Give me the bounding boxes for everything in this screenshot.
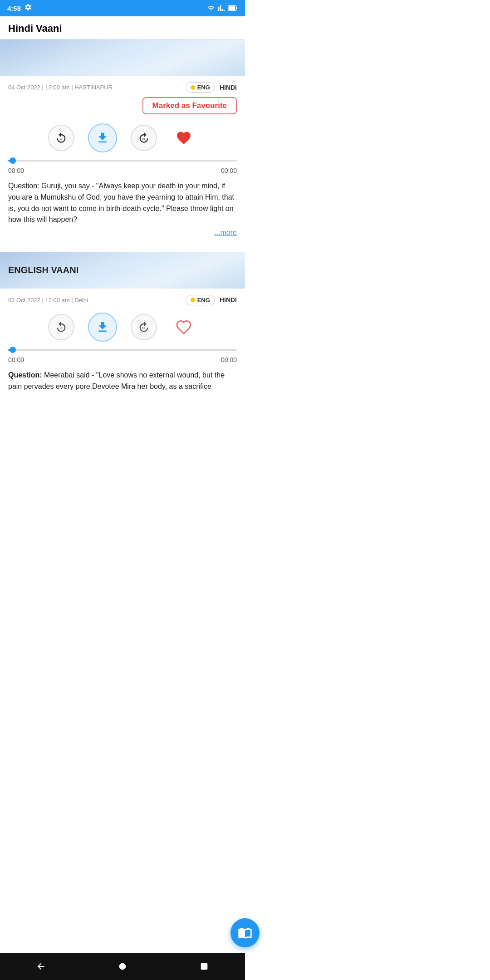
card1-progress-track[interactable] [8, 160, 237, 162]
svg-rect-1 [228, 6, 235, 10]
favourite-button-card2[interactable] [171, 314, 197, 340]
card1-progress-container[interactable] [0, 160, 245, 164]
card2: 03 Oct 2022 | 12:00 am | Delhi ENG HINDI… [0, 289, 245, 394]
heart-filled-icon [176, 130, 192, 146]
card1-banner [0, 39, 245, 76]
card2-replay-back-icon: 10 [55, 321, 68, 333]
card1-description: Question: Guruji, you say - "Always keep… [0, 179, 245, 240]
card1-hindi-label[interactable]: HINDI [220, 84, 237, 91]
status-icons [207, 5, 238, 12]
lang-dot2 [191, 298, 195, 302]
svg-rect-2 [236, 7, 237, 10]
replay-forward-button[interactable]: 10 [131, 125, 157, 151]
card2-eng-badge[interactable]: ENG [186, 295, 215, 305]
card2-lang-row: ENG HINDI [186, 295, 237, 305]
card1-time-row: 00:00 00:00 [0, 164, 245, 179]
card2-time-start: 00:00 [8, 356, 24, 363]
card1-desc-text: Question: Guruji, you say - "Always keep… [8, 182, 234, 223]
card2-eng-label: ENG [197, 297, 210, 304]
card1-eng-badge[interactable]: ENG [186, 82, 215, 93]
status-bar: 4:58 [0, 0, 245, 16]
battery-icon [228, 5, 238, 11]
card2-download-icon [96, 320, 109, 334]
card1: 04 Oct 2022 | 12:00 am | HASTINAPUR ENG … [0, 76, 245, 245]
card2-desc-bold: Question: [8, 371, 42, 379]
fav-badge-row: Marked as Favourite [0, 95, 245, 119]
svg-text:10: 10 [59, 326, 63, 329]
heart-outline-icon [176, 319, 192, 335]
card1-lang-row: ENG HINDI [186, 82, 237, 93]
card1-date: 04 Oct 2022 | 12:00 am | HASTINAPUR [8, 84, 113, 91]
card2-progress-thumb [10, 347, 16, 353]
section2-banner: ENGLISH VAANI [0, 252, 245, 289]
section2-title: ENGLISH VAANI [8, 265, 78, 275]
download-button[interactable] [88, 123, 117, 152]
card2-replay-forward-icon: 10 [137, 321, 150, 333]
card1-meta: 04 Oct 2022 | 12:00 am | HASTINAPUR ENG … [0, 76, 245, 95]
replay-back-icon: 10 [55, 132, 68, 144]
app-title: Hindi Vaani [8, 23, 62, 34]
card2-time-end: 00:00 [221, 356, 237, 363]
card2-progress-container[interactable] [0, 349, 245, 353]
signal-icon [218, 5, 225, 12]
card2-download-button[interactable] [88, 313, 117, 342]
favourite-button-card1[interactable] [171, 125, 197, 151]
wifi-icon [207, 5, 215, 12]
replay-forward-icon: 10 [137, 132, 150, 144]
card1-eng-label: ENG [197, 84, 210, 91]
card1-more-link[interactable]: ...more [8, 225, 237, 239]
svg-text:10: 10 [142, 326, 145, 329]
card2-hindi-label[interactable]: HINDI [220, 296, 237, 304]
card1-controls: 10 10 [0, 119, 245, 160]
card2-controls: 10 10 [0, 308, 245, 349]
card2-meta: 03 Oct 2022 | 12:00 am | Delhi ENG HINDI [0, 289, 245, 308]
status-time: 4:58 [7, 5, 21, 12]
card2-replay-back-button[interactable]: 10 [48, 314, 74, 340]
favourite-badge[interactable]: Marked as Favourite [142, 97, 237, 114]
download-icon [96, 131, 109, 145]
app-header: Hindi Vaani [0, 16, 245, 39]
card2-date: 03 Oct 2022 | 12:00 am | Delhi [8, 297, 88, 304]
card2-description: Question: Meerabai said - "Love shows no… [0, 368, 245, 394]
card2-replay-forward-button[interactable]: 10 [131, 314, 157, 340]
card1-time-end: 00:00 [221, 167, 237, 174]
lang-dot [191, 85, 195, 90]
card2-desc-text2: her body, as a sacrifice [137, 382, 211, 390]
replay-back-button[interactable]: 10 [48, 125, 74, 151]
card1-time-start: 00:00 [8, 167, 24, 174]
gear-icon [24, 4, 32, 13]
card2-time-row: 00:00 00:00 [0, 353, 245, 368]
svg-text:10: 10 [59, 137, 63, 140]
card1-progress-thumb [10, 157, 16, 164]
card2-progress-track[interactable] [8, 349, 237, 351]
svg-text:10: 10 [142, 137, 145, 140]
